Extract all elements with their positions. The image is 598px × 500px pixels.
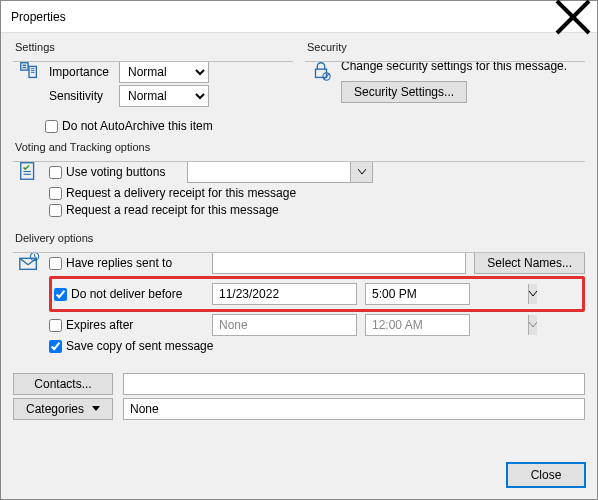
importance-select[interactable]: Normal <box>119 61 209 83</box>
chevron-down-icon <box>92 406 100 412</box>
voting-group: Voting and Tracking options Use voting b… <box>13 141 585 224</box>
svg-rect-6 <box>31 68 35 69</box>
no-deliver-checkbox[interactable] <box>54 288 67 301</box>
titlebar: Properties <box>1 1 597 33</box>
settings-legend: Settings <box>13 41 59 53</box>
close-button[interactable]: Close <box>507 463 585 487</box>
expires-date-input[interactable] <box>213 315 375 335</box>
delivery-group: Delivery options Have replies sent to <box>13 232 585 360</box>
chevron-down-icon[interactable] <box>528 284 537 304</box>
voting-icon <box>17 159 41 183</box>
use-voting-checkbox[interactable] <box>49 166 62 179</box>
contacts-input[interactable] <box>123 373 585 395</box>
expires-date-combo[interactable] <box>212 314 357 336</box>
svg-rect-5 <box>29 66 36 77</box>
chevron-down-icon[interactable] <box>350 162 372 182</box>
svg-rect-3 <box>23 65 27 66</box>
security-settings-button[interactable]: Security Settings... <box>341 81 467 103</box>
no-deliver-time-combo[interactable] <box>365 283 470 305</box>
categories-input[interactable] <box>123 398 585 420</box>
voting-combo[interactable] <box>187 161 373 183</box>
select-names-button[interactable]: Select Names... <box>474 252 585 274</box>
svg-rect-14 <box>24 174 31 175</box>
save-copy-checkbox[interactable] <box>49 340 62 353</box>
security-group: Security Change security settings for th… <box>305 41 585 113</box>
no-deliver-time-input[interactable] <box>366 284 528 304</box>
expires-label: Expires after <box>66 318 133 332</box>
autoarchive-checkbox[interactable] <box>45 120 58 133</box>
importance-label: Importance <box>49 65 111 79</box>
save-copy-label: Save copy of sent message <box>66 339 213 353</box>
svg-line-18 <box>35 257 37 258</box>
window-title: Properties <box>11 10 553 24</box>
security-legend: Security <box>305 41 351 53</box>
no-deliver-date-input[interactable] <box>213 284 375 304</box>
replies-input[interactable] <box>212 252 466 274</box>
read-receipt-checkbox[interactable] <box>49 204 62 217</box>
properties-dialog: Properties Settings Importance <box>0 0 598 500</box>
delivery-receipt-label: Request a delivery receipt for this mess… <box>66 186 296 200</box>
delivery-icon <box>17 250 41 274</box>
footer: Close <box>1 455 597 499</box>
no-deliver-label: Do not deliver before <box>71 287 182 301</box>
chevron-down-icon[interactable] <box>528 315 537 335</box>
settings-icon <box>17 59 41 83</box>
expires-time-input[interactable] <box>366 315 528 335</box>
voting-input[interactable] <box>188 162 350 182</box>
settings-group: Settings Importance Normal Sensi <box>13 41 293 113</box>
svg-rect-13 <box>24 171 31 172</box>
autoarchive-label: Do not AutoArchive this item <box>62 119 213 133</box>
delivery-receipt-checkbox[interactable] <box>49 187 62 200</box>
sensitivity-label: Sensitivity <box>49 89 111 103</box>
no-deliver-date-combo[interactable] <box>212 283 357 305</box>
expires-time-combo[interactable] <box>365 314 470 336</box>
contacts-button[interactable]: Contacts... <box>13 373 113 395</box>
replies-checkbox[interactable] <box>49 257 62 270</box>
close-icon[interactable] <box>553 3 593 31</box>
svg-rect-8 <box>31 72 35 73</box>
expires-checkbox[interactable] <box>49 319 62 332</box>
categories-button[interactable]: Categories <box>13 398 113 420</box>
categories-button-label: Categories <box>26 402 84 416</box>
replies-label: Have replies sent to <box>66 256 172 270</box>
svg-rect-7 <box>31 70 35 71</box>
lock-icon <box>309 59 333 83</box>
svg-rect-2 <box>21 63 28 70</box>
use-voting-label: Use voting buttons <box>66 165 165 179</box>
delivery-legend: Delivery options <box>13 232 97 244</box>
read-receipt-label: Request a read receipt for this message <box>66 203 279 217</box>
do-not-deliver-highlight: Do not deliver before <box>49 276 585 312</box>
sensitivity-select[interactable]: Normal <box>119 85 209 107</box>
svg-rect-4 <box>23 67 27 68</box>
voting-legend: Voting and Tracking options <box>13 141 154 153</box>
